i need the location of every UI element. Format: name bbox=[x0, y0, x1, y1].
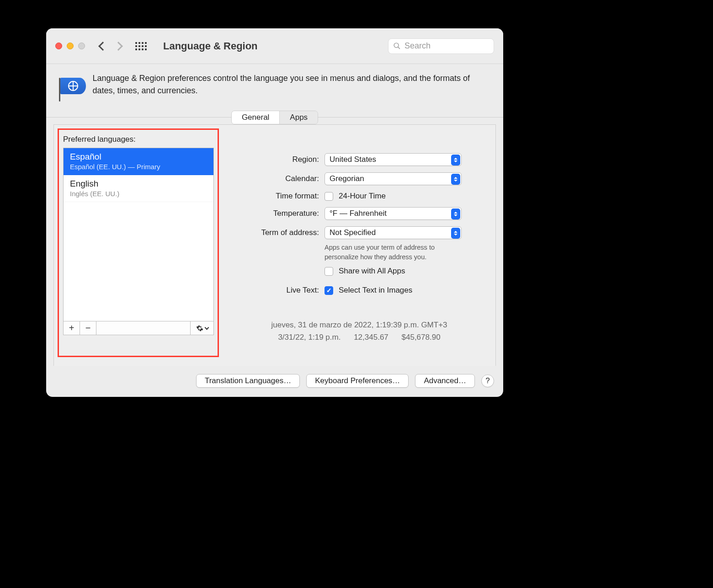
temperature-popup[interactable]: °F — Fahrenheit bbox=[325, 207, 462, 220]
search-placeholder: Search bbox=[404, 41, 431, 51]
24hour-checkbox[interactable] bbox=[325, 192, 333, 201]
minus-icon: − bbox=[85, 323, 91, 333]
tab-bar: General Apps bbox=[46, 111, 503, 124]
intro: Language & Region preferences control th… bbox=[46, 64, 503, 108]
help-button[interactable]: ? bbox=[481, 374, 494, 387]
preferred-languages-section: Preferred languages: Español Español (EE… bbox=[63, 135, 214, 358]
window-controls bbox=[55, 43, 85, 49]
keyboard-preferences-button[interactable]: Keyboard Preferences… bbox=[306, 374, 409, 388]
show-all-icon[interactable] bbox=[135, 42, 147, 50]
share-all-apps-label: Share with All Apps bbox=[339, 267, 405, 276]
zoom-window-button bbox=[78, 43, 85, 49]
general-panel: Preferred languages: Español Español (EE… bbox=[53, 124, 496, 366]
language-list[interactable]: Español Español (EE. UU.) — Primary Engl… bbox=[63, 148, 214, 321]
advanced-button[interactable]: Advanced… bbox=[415, 374, 475, 388]
close-window-button[interactable] bbox=[55, 43, 62, 49]
language-item-english[interactable]: English Inglés (EE. UU.) bbox=[64, 175, 213, 202]
popup-stepper-icon bbox=[451, 174, 460, 185]
language-region-icon bbox=[56, 76, 83, 102]
term-of-address-hint: Apps can use your term of address to per… bbox=[325, 243, 462, 262]
popup-stepper-icon bbox=[451, 155, 460, 166]
live-text-label: Live Text: bbox=[232, 286, 319, 295]
svg-line-1 bbox=[398, 47, 400, 49]
format-samples: jueves, 31 de marzo de 2022, 1:19:39 p.m… bbox=[232, 319, 486, 343]
sample-currency: $45,678.90 bbox=[402, 333, 441, 342]
search-icon bbox=[393, 42, 401, 50]
toolbar: Language & Region Search bbox=[46, 28, 503, 64]
tab-apps[interactable]: Apps bbox=[280, 111, 318, 124]
search-input[interactable]: Search bbox=[388, 38, 494, 54]
plus-icon: + bbox=[69, 323, 74, 333]
page-title: Language & Region bbox=[163, 40, 258, 52]
share-all-apps-checkbox[interactable] bbox=[325, 267, 333, 276]
language-list-footer: + − bbox=[63, 321, 214, 335]
back-button[interactable] bbox=[98, 42, 107, 51]
sample-long-date: jueves, 31 de marzo de 2022, 1:19:39 p.m… bbox=[232, 319, 486, 331]
calendar-label: Calendar: bbox=[232, 174, 319, 183]
sample-number: 12,345.67 bbox=[354, 333, 388, 342]
sample-short-date: 3/31/22, 1:19 p.m. bbox=[278, 333, 341, 342]
term-of-address-popup[interactable]: Not Specified bbox=[325, 226, 462, 239]
minimize-window-button[interactable] bbox=[67, 43, 74, 49]
language-actions-menu[interactable] bbox=[191, 321, 213, 335]
live-text-checkbox-label: Select Text in Images bbox=[339, 286, 412, 295]
region-popup[interactable]: United States bbox=[325, 153, 462, 166]
calendar-popup[interactable]: Gregorian bbox=[325, 172, 462, 185]
forward-button bbox=[114, 42, 123, 51]
settings-column: Region: United States Calendar: Gregoria… bbox=[232, 135, 486, 358]
temperature-label: Temperature: bbox=[232, 209, 319, 218]
language-item-espanol[interactable]: Español Español (EE. UU.) — Primary bbox=[64, 148, 213, 175]
24hour-checkbox-label: 24-Hour Time bbox=[339, 192, 386, 201]
term-of-address-label: Term of address: bbox=[232, 228, 319, 237]
translation-languages-button[interactable]: Translation Languages… bbox=[196, 374, 300, 388]
intro-text: Language & Region preferences control th… bbox=[92, 72, 492, 97]
chevron-down-icon bbox=[204, 325, 209, 330]
nav-buttons bbox=[100, 43, 122, 49]
region-label: Region: bbox=[232, 155, 319, 164]
popup-stepper-icon bbox=[451, 208, 460, 219]
live-text-checkbox[interactable] bbox=[325, 286, 333, 295]
footer: Translation Languages… Keyboard Preferen… bbox=[46, 372, 503, 397]
remove-language-button[interactable]: − bbox=[80, 321, 96, 335]
tab-general[interactable]: General bbox=[232, 111, 280, 124]
svg-point-0 bbox=[394, 43, 399, 48]
preferences-window: Language & Region Search Language & Regi… bbox=[46, 28, 503, 397]
add-language-button[interactable]: + bbox=[64, 321, 80, 335]
time-format-label: Time format: bbox=[232, 192, 319, 201]
preferred-languages-label: Preferred languages: bbox=[63, 135, 214, 144]
gear-icon bbox=[196, 325, 203, 332]
popup-stepper-icon bbox=[451, 228, 460, 239]
